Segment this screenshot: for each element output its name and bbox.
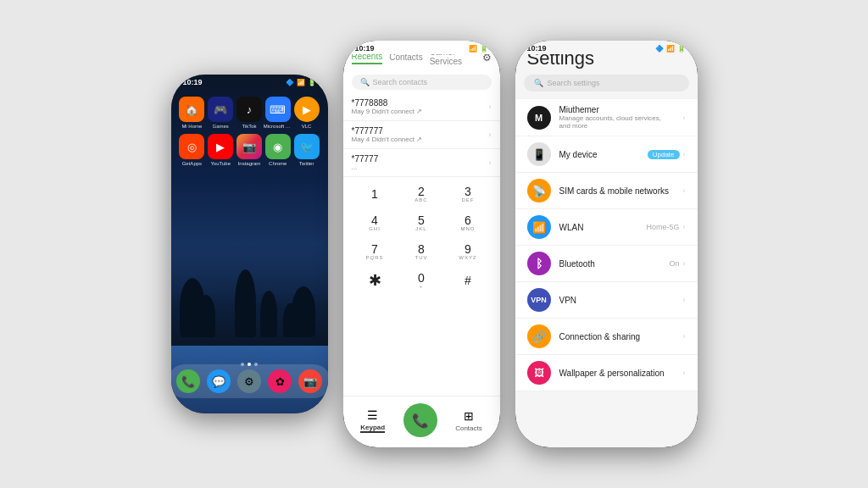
wlan-icon: 📶 [527, 215, 551, 239]
status-bar-1: 10:19 🔷 📶 🔋 [171, 75, 328, 88]
recent-call-1[interactable]: *7778888 May 9 Didn't connect ↗ › [343, 93, 500, 121]
battery-icon: 🔋 [480, 45, 488, 53]
status-time-1: 10:19 [183, 78, 203, 86]
key-6[interactable]: 6MNO [450, 209, 486, 236]
nav-label-keypad: Keypad [360, 424, 385, 433]
status-bar-2: 10:19 📶 🔋 [343, 41, 500, 54]
app-getapps[interactable]: ◎ GetApps [178, 134, 205, 166]
app-row-2: ◎ GetApps ▶ YouTube 📷 Instagram ◉ Chrome [178, 134, 321, 166]
app-icon-img: ▶ [294, 97, 320, 122]
settings-item-right: › [683, 114, 686, 122]
nav-contacts-grid[interactable]: ⊞ Contacts [455, 409, 482, 432]
settings-item-title: Miuthemer [559, 105, 675, 114]
settings-item-content: VPN [559, 296, 675, 305]
call-info-1: *7778888 May 9 Didn't connect ↗ [352, 98, 423, 115]
dock-phone[interactable]: 📞 [176, 369, 200, 393]
status-bar-3: 10:19 🔷 📶 🔋 [515, 41, 698, 54]
settings-item-title: Bluetooth [559, 259, 661, 269]
key-9[interactable]: 9WXYZ [450, 238, 486, 265]
app-games[interactable]: 🎮 Games [207, 97, 234, 129]
key-star[interactable]: ✱ [357, 267, 392, 294]
battery-icon: 🔋 [677, 45, 686, 53]
recent-call-3[interactable]: *77777 ... › [343, 149, 500, 177]
device-icon: 📱 [527, 142, 551, 166]
chevron-icon: › [683, 150, 686, 158]
app-icon-img: 📷 [236, 134, 262, 159]
dock-themes[interactable]: ✿ [268, 369, 292, 393]
settings-item-connection[interactable]: 🔗 Connection & sharing › [515, 319, 698, 355]
settings-item-content: Bluetooth [559, 259, 661, 269]
settings-item-wallpaper[interactable]: 🖼 Wallpaper & personalization › [515, 355, 698, 391]
nav-keypad[interactable]: ☰ Keypad [360, 408, 385, 433]
chevron-icon: › [683, 114, 686, 122]
wallpaper-icon: 🖼 [527, 361, 551, 385]
key-7[interactable]: 7PQRS [357, 238, 392, 265]
key-1[interactable]: 1 [357, 180, 392, 208]
settings-item-title: WLAN [559, 223, 638, 232]
settings-item-right: › [683, 296, 686, 304]
dock-messages[interactable]: 💬 [207, 369, 231, 393]
search-placeholder: Search contacts [373, 78, 428, 86]
app-vlc[interactable]: ▶ VLC [293, 97, 320, 129]
settings-item-mydevice[interactable]: 📱 My device Update › [515, 136, 698, 173]
settings-item-title: My device [559, 150, 639, 159]
key-8[interactable]: 8TUV [403, 238, 439, 265]
app-icon-img: 🏠 [179, 97, 204, 122]
call-button[interactable]: 📞 [403, 403, 437, 437]
key-4[interactable]: 4GHI [357, 209, 392, 236]
avatar: M [527, 106, 551, 130]
keypad-row-4: ✱ 0+ # [352, 267, 492, 294]
call-info-2: *777777 May 4 Didn't connect ↗ [352, 126, 423, 143]
settings-item-vpn[interactable]: VPN VPN › [515, 282, 698, 319]
settings-item-miuthemer[interactable]: M Miuthemer Manage accounts, cloud servi… [515, 98, 698, 136]
app-mihome[interactable]: 🏠 Mi Home [178, 97, 205, 129]
key-3[interactable]: 3DEF [450, 180, 486, 208]
settings-item-content: Wallpaper & personalization [559, 369, 675, 378]
chevron-icon: › [683, 259, 686, 268]
app-icon-img: ◎ [179, 134, 204, 159]
app-icon-img: ♪ [236, 97, 262, 122]
app-chrome[interactable]: ◉ Chrome [264, 134, 292, 166]
app-swiftkey[interactable]: ⌨ Microsoft SwiftKey [264, 97, 292, 129]
dock-settings[interactable]: ⚙ [237, 369, 261, 393]
signal-icon: 📶 [666, 45, 675, 53]
chevron-icon: › [683, 223, 686, 231]
app-instagram[interactable]: 📷 Instagram [236, 134, 263, 166]
settings-item-right: On › [669, 259, 685, 268]
wlan-value: Home-5G [646, 223, 679, 231]
keypad-row-2: 4GHI 5JKL 6MNO [352, 209, 492, 236]
app-icon-img: ▶ [208, 134, 233, 159]
sim-icon: 📡 [527, 179, 551, 202]
keypad: 1 2ABC 3DEF 4GHI 5JKL 6MNO 7PQRS 8TUV 9W… [343, 177, 500, 299]
key-0[interactable]: 0+ [403, 267, 439, 294]
dock-camera[interactable]: 📷 [298, 369, 322, 393]
app-tiktok[interactable]: ♪ TikTok [236, 97, 263, 129]
search-placeholder: Search settings [548, 79, 600, 87]
status-icons-1: 🔷 📶 🔋 [286, 79, 316, 86]
dialer-search[interactable]: 🔍 Search contacts [352, 75, 492, 90]
phone-homescreen: 10:19 🔷 📶 🔋 🏠 Mi Home 🎮 Games [171, 75, 328, 413]
bluetooth-icon: 🔷 [655, 45, 664, 53]
app-youtube[interactable]: ▶ YouTube [207, 134, 234, 166]
status-time-3: 10:19 [527, 44, 547, 53]
key-hash[interactable]: # [450, 267, 486, 294]
settings-item-sim[interactable]: 📡 SIM cards & mobile networks › [515, 173, 698, 209]
app-twitter[interactable]: 🐦 Twitter [293, 134, 320, 166]
settings-item-wlan[interactable]: 📶 WLAN Home-5G › [515, 209, 698, 246]
dialer-bottom-nav: ☰ Keypad 📞 ⊞ Contacts [343, 396, 500, 447]
phone-settings: 10:19 🔷 📶 🔋 Settings 🔍 Search settings M [515, 41, 698, 447]
vpn-icon: VPN [527, 288, 551, 312]
settings-item-title: Wallpaper & personalization [559, 369, 675, 378]
key-5[interactable]: 5JKL [403, 209, 439, 236]
chevron-icon: › [489, 103, 492, 111]
recent-call-2[interactable]: *777777 May 4 Didn't connect ↗ › [343, 121, 500, 149]
update-badge: Update [648, 150, 680, 159]
call-info-3: *77777 ... [352, 154, 379, 171]
signal-icon: 📶 [297, 79, 305, 86]
settings-item-content: Miuthemer Manage accounts, cloud service… [559, 105, 675, 130]
settings-item-right: › [683, 186, 686, 195]
settings-search[interactable]: 🔍 Search settings [524, 75, 689, 92]
settings-item-title: Connection & sharing [559, 332, 675, 341]
settings-item-bluetooth[interactable]: ᛒ Bluetooth On › [515, 246, 698, 282]
key-2[interactable]: 2ABC [403, 180, 439, 208]
